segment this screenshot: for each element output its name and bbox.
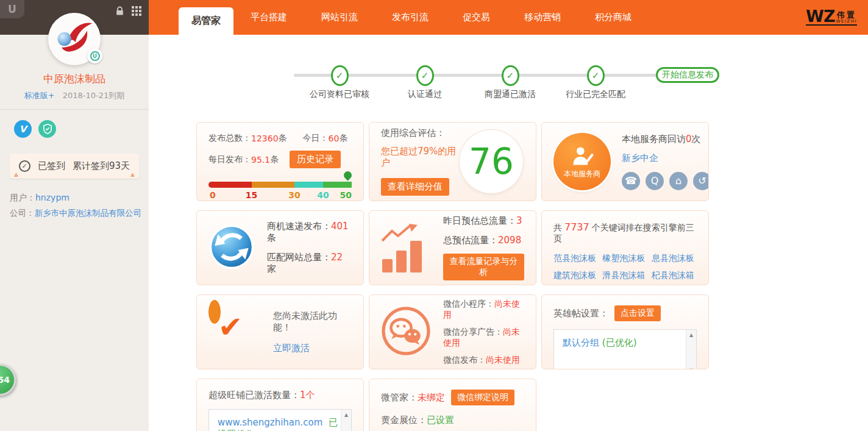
wz-logo-text: WZ [806, 9, 834, 24]
card-wechat: 微信小程序：尚未使用 微信分享广告：尚未使用 微信发布：尚未使用 [369, 294, 536, 369]
shop-listbox: www.shengzhihan.com 已设置优化 ▲ [208, 409, 352, 431]
shop-site-item[interactable]: www.shengzhihan.com 已设置优化 [218, 417, 338, 431]
grid-menu-icon[interactable] [132, 6, 141, 16]
signin-status: 已签到 [38, 160, 65, 172]
traffic-detail-button[interactable]: 查看流量记录与分析 [443, 254, 524, 280]
pin-marker-icon [342, 169, 353, 180]
visit-prefix: 本地服务商回访 [622, 134, 686, 144]
visit-suffix: 次 [692, 134, 701, 144]
gold-status: 已设置 [427, 415, 454, 426]
activate-now-link[interactable]: 立即激活 [273, 343, 352, 354]
gauge-segment [252, 182, 295, 188]
kw-count: 7737 [564, 221, 589, 233]
gauge-tick: 30 [288, 190, 300, 200]
wx-row-label: 微信发布： [443, 355, 486, 365]
total-value: 12360 [251, 134, 279, 143]
keyword-link[interactable]: 滑县泡沫箱 [602, 270, 647, 281]
start-publish-button[interactable]: 开始信息发布 [656, 67, 719, 83]
card-business-express: 商机速递发布：401 条 匹配网站总量：22 家 [196, 210, 364, 285]
lock-icon[interactable] [115, 6, 124, 16]
visit-count: 0 [686, 134, 692, 144]
card-local-service: 本地服务商 本地服务商回访0次 新乡中企 ☎ Q ⌂ ↺ [541, 122, 709, 201]
score-value-circle: 76 [460, 130, 523, 193]
local-service-badge-icon: 本地服务商 [553, 133, 611, 190]
plan-link[interactable]: 标准版+ [24, 91, 55, 100]
tab-yiguanjia[interactable]: 易管家 [179, 7, 233, 35]
history-icon[interactable]: ↺ [693, 172, 709, 190]
sidebar-company-name: 中原泡沫制品 [0, 72, 149, 86]
wz-brand-logo[interactable]: WZ 伟置 WEIZHI [806, 9, 857, 26]
scroll-down-icon[interactable]: ▼ [686, 365, 696, 369]
biz-line1-label: 商机速递发布： [267, 221, 331, 232]
user-link[interactable]: hnzypm [35, 193, 69, 202]
gold-label: 黄金展位： [381, 415, 427, 426]
biz-line2-value: 22 [331, 252, 343, 263]
signin-banner[interactable]: ✓ 已签到 累计签到93天 ▲ ▲ [10, 154, 139, 179]
history-button[interactable]: 历史记录 [290, 151, 341, 168]
daily-value: 95.1 [251, 155, 270, 165]
scrollbar[interactable]: ▲ ▼ [686, 330, 696, 369]
wx-row-label: 微信分享广告： [443, 327, 503, 337]
phone-icon[interactable]: ☎ [622, 172, 640, 190]
keyword-link[interactable]: 杞县泡沫箱 [652, 270, 697, 281]
tab-pingtaidajian[interactable]: 平台搭建 [233, 0, 304, 35]
traffic-yesterday-value: 3 [516, 215, 522, 226]
user-label: 用户： [10, 193, 35, 202]
verified-v-icon: V [14, 120, 32, 138]
score-detail-button[interactable]: 查看详细分值 [381, 178, 449, 196]
wechat-bind-help-button[interactable]: 微信绑定说明 [451, 390, 514, 405]
tab-jifenshangcheng[interactable]: 积分商城 [578, 0, 649, 35]
score-label: 使用综合评估： [381, 127, 460, 139]
wx-row-value: 尚未使用 [486, 355, 520, 365]
tab-cujiaoyi[interactable]: 促交易 [446, 0, 507, 35]
company-link[interactable]: 新乡市中原泡沫制品有限公司 [35, 208, 142, 218]
signin-check-icon: ✓ [19, 160, 30, 172]
company-line: 公司：新乡市中原泡沫制品有限公司 [10, 208, 141, 219]
plan-row: 标准版+ 2018-10-21到期 [0, 90, 149, 101]
floating-count-badge[interactable]: 54 [0, 364, 16, 396]
cards-grid: 发布总数：12360条 今日：60条 每日发布：95.1条 历史记录 0 15 … [196, 122, 709, 431]
step-check-icon: ✓ [331, 65, 349, 86]
step-cert-passed: ✓ 认证通过 [379, 65, 471, 100]
activation-message: 您尚未激活此功能！ [273, 310, 352, 333]
bar-chart-icon [381, 224, 431, 272]
tab-yidongyingxiao[interactable]: 移动营销 [507, 0, 578, 35]
card-keywords: 共7737个关键词排在搜索引擎前三页 范县泡沫板 橡塑泡沫板 息县泡沫板 建筑泡… [541, 210, 709, 285]
biz-line2-label: 匹配网站总量： [267, 252, 331, 263]
gauge-tick: 15 [246, 190, 257, 200]
provider-link[interactable]: 新乡中企 [622, 152, 709, 164]
gauge-tick: 0 [210, 190, 216, 200]
keyword-link[interactable]: 范县泡沫板 [553, 253, 599, 264]
qq-icon[interactable]: Q [646, 172, 664, 190]
scroll-up-icon[interactable]: ▲ [341, 410, 351, 419]
biz-line1-value: 401 [331, 221, 349, 232]
keyword-link[interactable]: 息县泡沫板 [652, 253, 697, 264]
dashboard-page: U U [0, 0, 868, 431]
plan-expiry: 2018-10-21到期 [63, 91, 125, 100]
traffic-total-value: 2098 [498, 235, 521, 246]
hero-post-label: 英雄帖设置： [553, 308, 608, 319]
daily-label: 每日发布： [208, 154, 251, 165]
biz-line1-unit: 条 [267, 232, 276, 243]
company-logo: U [48, 13, 101, 65]
keyword-link[interactable]: 橡塑泡沫板 [602, 253, 647, 264]
step-label: 行业已完全匹配 [550, 89, 641, 100]
card-super-shop: 超级旺铺已激活数量：1个 www.shengzhihan.com 已设置优化 ▲ [196, 379, 364, 431]
score-compare: 您已超过79%的用户 [381, 146, 460, 169]
keyword-link[interactable]: 建筑泡沫板 [553, 270, 599, 281]
scroll-up-icon[interactable]: ▲ [686, 330, 696, 340]
home-icon[interactable]: ⌂ [669, 172, 688, 190]
today-unit: 条 [339, 133, 347, 144]
tab-fabuyinliu[interactable]: 发布引流 [375, 0, 446, 35]
card-traffic: 昨日预估总流量：3 总预估流量：2098 查看流量记录与分析 [369, 210, 536, 285]
card-hero-post: 英雄帖设置： 点击设置 默认分组 (已优化) ▲ ▼ [541, 294, 709, 369]
tab-wangzhanyinliu[interactable]: 网站引流 [304, 0, 375, 35]
daily-unit: 条 [270, 154, 279, 165]
step-check-icon: ✓ [416, 65, 434, 86]
shield-icon [38, 120, 56, 138]
group-item[interactable]: 默认分组 (已优化) [563, 337, 637, 348]
step-label: 商盟通已激活 [464, 89, 556, 100]
hero-post-setup-button[interactable]: 点击设置 [614, 305, 661, 321]
step-company-audited: ✓ 公司资料已审核 [294, 65, 385, 100]
scrollbar[interactable]: ▲ [341, 410, 351, 431]
